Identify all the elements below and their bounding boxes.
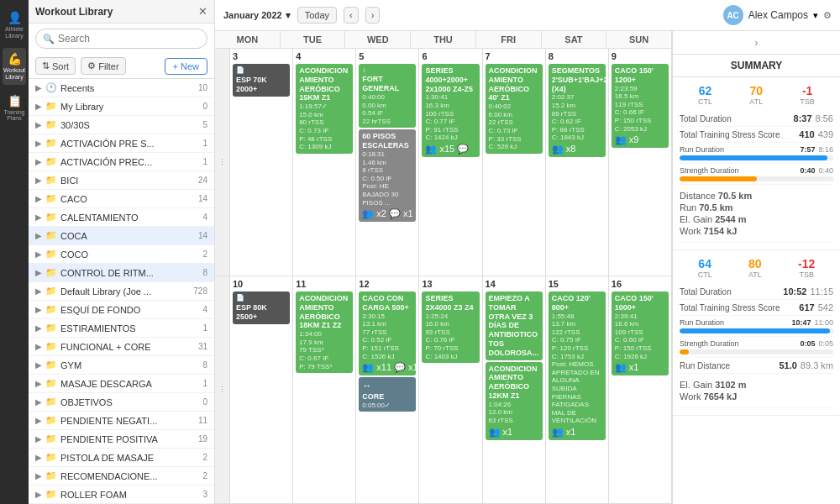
folder-icon: 📁 (45, 156, 57, 167)
list-item-mylibrary[interactable]: ▶ 📁 My Library 0 (29, 97, 214, 116)
list-item-esqui[interactable]: ▶ 📁 ESQUÍ DE FONDO 4 (29, 301, 214, 319)
calendar-month-title: January 2022 (223, 10, 282, 20)
list-item-bici[interactable]: ▶ 📁 BICI 24 (29, 171, 214, 190)
list-item-pistola[interactable]: ▶ 📁 PISTOLA DE MASAJE 2 (29, 449, 214, 467)
list-item-3030s[interactable]: ▶ 📁 30/30S 5 (29, 116, 214, 134)
sidebar-item-training[interactable]: 📋 Training Plans (3, 90, 26, 126)
list-item-coco[interactable]: ▶ 📁 COCO 2 (29, 245, 214, 264)
workout-card-extra[interactable]: 60 PISOS ESCALERAS 0:18:311.46 km8 rTSSC… (359, 129, 416, 222)
settings-icon[interactable]: ⚙ (823, 10, 832, 21)
chevron-right-icon: ▶ (35, 342, 42, 351)
workout-card-acondicion[interactable]: ACONDICION AMIENTO AERÓBICO 12KM Z1 1:04… (486, 362, 543, 440)
folder-icon: 📁 (45, 360, 57, 370)
today-button[interactable]: Today (297, 7, 337, 24)
workout-card[interactable]: CACO 150' 1200+ 2:23:5916.5 km119 rTSSC:… (612, 64, 669, 148)
calendar-week-2: ⋮ 10 📄 ESP 80K 2500+ (215, 276, 672, 504)
folder-icon: 📁 (45, 452, 57, 463)
nav-sidebar: 👤 Athlete Library 💪 Workout Library 📋 Tr… (0, 0, 29, 504)
chevron-left-icon: › (754, 36, 758, 49)
list-item-coca[interactable]: ▶ 📁 COCA 14 (29, 227, 214, 245)
sidebar-item-athlete[interactable]: 👤 Athlete Library (3, 7, 26, 43)
list-item-activacion2[interactable]: ▶ 📁 ACTIVACIÓN PREC... 1 (29, 153, 214, 171)
day-7: 7 ACONDICION AMIENTO AERÓBICO 40' Z1 0:4… (483, 49, 546, 276)
folder-icon: 📁 (45, 212, 57, 223)
close-button[interactable]: ✕ (198, 5, 207, 18)
document-icon: 📄 (236, 294, 244, 302)
list-item-control[interactable]: ▶ 📁 CONTROL DE RITM... 8 (29, 264, 214, 282)
folder-icon: 📁 (45, 304, 57, 315)
day-9: 9 CACO 150' 1200+ 2:23:5916.5 km119 rTSS… (609, 49, 672, 276)
day-header-fri: FRI (476, 31, 542, 48)
filter-label: Filter (98, 61, 118, 71)
list-item-default[interactable]: ▶ 📁 Default Library (Joe ... 728 (29, 282, 214, 301)
list-item-pendiente-pos[interactable]: ▶ 📁 PENDIENTE POSITIVA 19 (29, 430, 214, 449)
workout-card[interactable]: 📄 ESP 70K 2000+ (233, 64, 290, 97)
workout-card[interactable]: CACO 150' 1000+ 2:39:4116.6 km109 rTSSC:… (612, 291, 669, 375)
workout-card[interactable]: ↕ FORT GENERAL 0:40:000.00 km0.54 IF22 h… (359, 64, 416, 128)
week-more-1[interactable]: ⋮ (215, 49, 230, 276)
day-5: 5 ↕ FORT GENERAL 0:40:000.00 km0.54 IF22… (356, 49, 419, 276)
form-value-2: -12 (798, 257, 815, 270)
summary-week-2: 64 CTL 80 ATL -12 TSB Total Duration (673, 250, 840, 416)
people-icon: 👥 (489, 426, 501, 438)
list-item-gym[interactable]: ▶ 📁 GYM 8 (29, 356, 214, 375)
list-item-recents[interactable]: ▶ 🕐 Recents 10 (29, 79, 214, 97)
list-item-objetivos[interactable]: ▶ 📁 OBJETIVOS 0 (29, 393, 214, 412)
sidebar-item-workout[interactable]: 💪 Workout Library (3, 48, 26, 84)
fitness-row-1: 62 CTL 70 ATL -1 TSB (680, 84, 833, 106)
list-item-masaje[interactable]: ▶ 📁 MASAJE DESCARGA 1 (29, 375, 214, 393)
list-item-recomendaciones[interactable]: ▶ 📁 RECOMENDACIONE... 2 (29, 467, 214, 486)
list-item-calentamiento[interactable]: ▶ 📁 CALENTAMIENTO 4 (29, 208, 214, 227)
next-month-button[interactable]: › (365, 7, 381, 24)
day-12: 12 CACO CON CARGA 500+ 2:30:1513.1 km77 … (356, 276, 419, 503)
workout-card[interactable]: 📄 ESP 80K 2500+ (233, 291, 290, 324)
people-icon: 👥 (615, 134, 627, 145)
fatigue-value: 70 (749, 84, 763, 97)
new-button[interactable]: + New (165, 58, 208, 75)
summary-distances-1: Distance 70.5 km Run 70.5 km El. Gain 25… (680, 185, 833, 243)
chevron-right-icon: ▶ (35, 453, 42, 462)
list-item-caco[interactable]: ▶ 📁 CACO 14 (29, 190, 214, 208)
folder-icon: 📁 (45, 249, 57, 260)
user-dropdown-icon[interactable]: ▾ (813, 10, 818, 21)
workout-card[interactable]: CACO 120' 800+ 1:55:4813.7 km122 rTSSC: … (549, 291, 606, 440)
day-header-wed: WED (345, 31, 411, 48)
new-label: + New (173, 61, 200, 71)
user-name: Alex Campos (748, 9, 808, 21)
workout-card[interactable]: ACONDICION AMIENTO AERÓBICO 15KM Z1 1:19… (296, 64, 353, 154)
folder-icon: 📁 (45, 489, 57, 500)
workout-card[interactable]: SERIES 2X4000 Z3 Z4 1:25:2416.0 km93 rTS… (422, 291, 479, 363)
workout-card[interactable]: SEGMENTOS 2'SUB+1'BAJ+2'SUB (X4) 2:02:37… (549, 64, 606, 157)
total-duration-row: Total Duration 8:37 8:56 (680, 111, 833, 127)
chevron-right-icon: ▶ (35, 176, 42, 185)
workout-card[interactable]: CACO CON CARGA 500+ 2:30:1513.1 km77 rTS… (359, 291, 416, 375)
list-item-pendiente-neg[interactable]: ▶ 📁 PENDIENTE NEGATI... 11 (29, 412, 214, 430)
workout-card-antibiotico[interactable]: EMPIEZO A TOMAR OTRA VEZ 3 DÍAS DE ANTIB… (486, 291, 543, 360)
list-item-activacion1[interactable]: ▶ 📁 ACTIVACIÓN PRE S... 1 (29, 134, 214, 153)
list-item-funcional[interactable]: ▶ 📁 FUNCIONAL + CORE 31 (29, 338, 214, 356)
week-more-2[interactable]: ⋮ (215, 276, 230, 503)
list-item-roller[interactable]: ▶ 📁 ROLLER FOAM 3 (29, 486, 214, 504)
sort-label: Sort (52, 61, 69, 71)
day-header-sat: SAT (542, 31, 607, 48)
filter-button[interactable]: ⚙ Filter (81, 57, 125, 75)
workout-card[interactable]: SERIES 4000+2000+ 2x1000 Z4-Z5 1:30:4116… (422, 64, 479, 157)
core-workout-card[interactable]: ↔ CORE 0:05:00✓ (359, 377, 416, 412)
workout-card[interactable]: ACONDICION AMIENTO AERÓBICO 40' Z1 0:40:… (486, 64, 543, 154)
folder-icon: 📁 (45, 286, 57, 297)
folder-icon: 📁 (45, 378, 57, 389)
run-distance-row: Run Distance 51.0 89.3 km (680, 358, 833, 374)
search-input[interactable] (58, 33, 200, 45)
user-area: AC Alex Campos ▾ ⚙ (723, 5, 832, 25)
workout-card[interactable]: ACONDICION AMIENTO AERÓBICO 18KM Z1 Z2 1… (296, 291, 353, 373)
chevron-right-icon: ▶ (35, 434, 42, 444)
prev-month-button[interactable]: ‹ (344, 7, 359, 24)
list-item-estiramientos[interactable]: ▶ 📁 ESTIRAMIENTOS 1 (29, 319, 214, 338)
day-8: 8 SEGMENTOS 2'SUB+1'BAJ+2'SUB (X4) 2:02:… (546, 49, 609, 276)
sort-button[interactable]: ⇅ Sort (35, 57, 76, 75)
folder-icon: 📁 (45, 230, 57, 241)
search-icon: 🔍 (43, 34, 55, 45)
document-icon: 📄 (236, 66, 244, 75)
summary-toggle[interactable]: › (673, 31, 840, 55)
chevron-right-icon: ▶ (35, 397, 42, 407)
